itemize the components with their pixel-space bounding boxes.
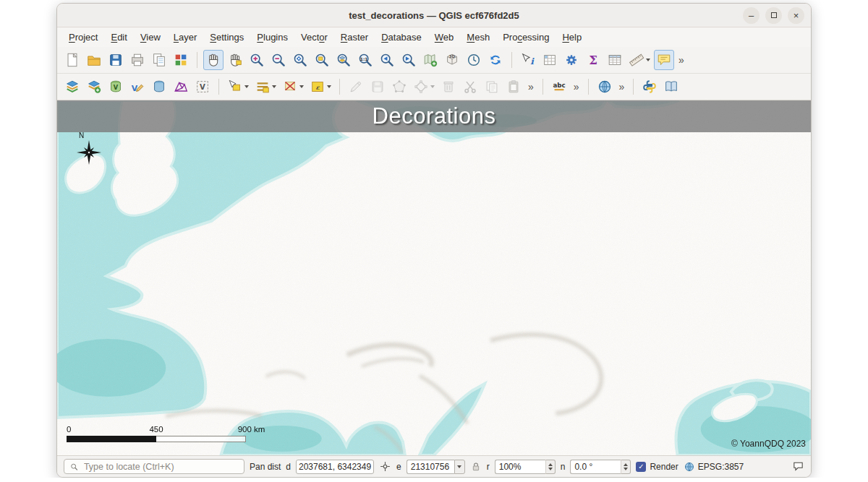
style-manager-button[interactable] [171,50,191,70]
open-field-calculator-button[interactable] [540,50,560,70]
zoom-to-layer-button[interactable] [333,50,354,70]
layer-labeling-button[interactable]: abc [549,77,569,97]
dropdown-arrow-icon[interactable] [272,85,276,88]
menu-help[interactable]: Help [556,30,587,45]
dropdown-arrow-icon[interactable] [299,85,304,88]
render-toggle[interactable]: ✓ Render [636,462,678,472]
new-project-button[interactable] [62,50,82,70]
pan-map-button[interactable] [203,50,224,70]
select-by-expression-button[interactable]: ε [307,77,333,97]
menu-raster[interactable]: Raster [335,30,374,45]
menu-web[interactable]: Web [429,30,460,45]
close-button[interactable]: × [788,7,804,24]
new-shapefile-layer-button[interactable]: V [127,77,148,97]
new-print-layout-button[interactable] [127,50,148,70]
svg-text:N: N [79,132,84,139]
zoom-out-button[interactable] [268,50,289,70]
scale-dropdown-arrow[interactable] [454,460,465,474]
menu-plugins[interactable]: Plugins [251,30,294,45]
new-geopackage-layer-button[interactable]: V [106,77,126,97]
crs-button[interactable]: EPSG:3857 [684,461,744,473]
open-attribute-table-button[interactable] [605,50,625,70]
menu-project[interactable]: Project [63,30,103,45]
statistical-summary-button[interactable]: Σ [583,50,603,70]
dropdown-arrow-icon[interactable] [244,85,249,88]
vertex-tool-button[interactable] [411,77,437,97]
menu-edit[interactable]: Edit [105,30,132,45]
locate-input[interactable] [82,461,239,473]
copy-features-button[interactable] [482,77,502,97]
menu-mesh[interactable]: Mesh [461,30,495,45]
dropdown-arrow-icon[interactable] [430,85,435,88]
cut-features-button[interactable] [460,77,480,97]
magnifier-value[interactable]: 100% [495,460,545,474]
measure-line-button[interactable] [626,50,652,70]
deselect-features-button[interactable] [280,77,306,97]
data-source-manager-button[interactable] [62,77,82,97]
open-project-button[interactable] [84,50,104,70]
dropdown-arrow-icon[interactable] [327,85,331,88]
messages-icon[interactable] [792,460,804,473]
toolbar-overflow-button[interactable]: » [616,79,628,95]
processing-toolbox-button[interactable] [561,50,582,70]
lock-scale-icon[interactable] [470,461,482,473]
add-layer-button[interactable] [84,77,104,97]
help-button[interactable] [661,77,681,97]
zoom-native-button[interactable]: 1:1 [355,50,375,70]
toolbar-overflow-button[interactable]: » [525,79,537,95]
scale-bar-segment-outline [156,436,246,442]
menu-vector[interactable]: Vector [295,30,333,45]
delete-selected-button[interactable] [438,77,459,97]
new-mesh-layer-button[interactable] [171,77,191,97]
new-virtual-layer-button[interactable]: V [192,77,213,97]
scale-value[interactable]: 21310756 [407,460,454,474]
rotation-spin-buttons[interactable] [621,460,631,474]
rotation-value[interactable]: 0.0 ° [570,460,621,474]
magnifier-spin-buttons[interactable] [545,460,556,474]
extents-toggle-icon[interactable] [379,460,391,473]
select-features-button[interactable] [225,77,251,97]
new-map-view-button[interactable] [420,50,441,70]
python-console-button[interactable] [639,77,660,97]
minimize-button[interactable]: – [743,7,760,24]
menu-database[interactable]: Database [375,30,427,45]
zoom-last-button[interactable] [377,50,397,70]
new-spatialite-layer-button[interactable] [149,77,169,97]
refresh-map-button[interactable] [485,50,506,70]
map-tips-button[interactable] [654,50,674,70]
metasearch-button[interactable] [595,77,615,97]
toolbar-overflow-button[interactable]: » [676,52,687,68]
zoom-full-button[interactable] [290,50,310,70]
menu-settings[interactable]: Settings [204,30,250,45]
identify-features-button[interactable]: i [518,50,538,70]
save-layer-edits-button[interactable] [367,77,388,97]
coordinate-input[interactable]: 2037681, 6342349 [296,460,374,474]
save-project-button[interactable] [106,50,126,70]
rotation-spinbox[interactable]: 0.0 ° [570,460,631,474]
toggle-editing-button[interactable] [346,77,366,97]
new-3d-map-view-button[interactable]: 3D [442,50,462,70]
show-layout-manager-button[interactable] [149,50,169,70]
titlebar[interactable]: test_decorations — QGIS ecf676fd2d5 – × [57,4,811,27]
pan-to-selection-button[interactable] [225,50,245,70]
refresh-map-icon [488,52,503,68]
add-feature-button[interactable] [389,77,409,97]
render-checkbox[interactable]: ✓ [636,462,646,472]
magnifier-spinbox[interactable]: 100% [495,460,556,474]
zoom-to-selection-button[interactable] [312,50,332,70]
temporal-controller-button[interactable] [464,50,484,70]
zoom-next-button[interactable] [399,50,419,70]
scale-combo[interactable]: 21310756 [407,460,465,474]
crs-label: EPSG:3857 [698,462,744,472]
paste-features-button[interactable] [503,77,524,97]
zoom-in-button[interactable] [247,50,267,70]
menu-processing[interactable]: Processing [497,30,555,45]
menu-view[interactable]: View [135,30,166,45]
map-canvas[interactable]: Decorations N 0 450 900 km © YoannQDQ 20… [57,100,811,455]
maximize-button[interactable] [765,7,782,24]
select-by-value-button[interactable] [252,77,278,97]
menu-layer[interactable]: Layer [168,30,203,45]
locate-box[interactable] [64,459,244,474]
dropdown-arrow-icon[interactable] [646,59,650,61]
toolbar-overflow-button[interactable]: » [571,79,582,95]
